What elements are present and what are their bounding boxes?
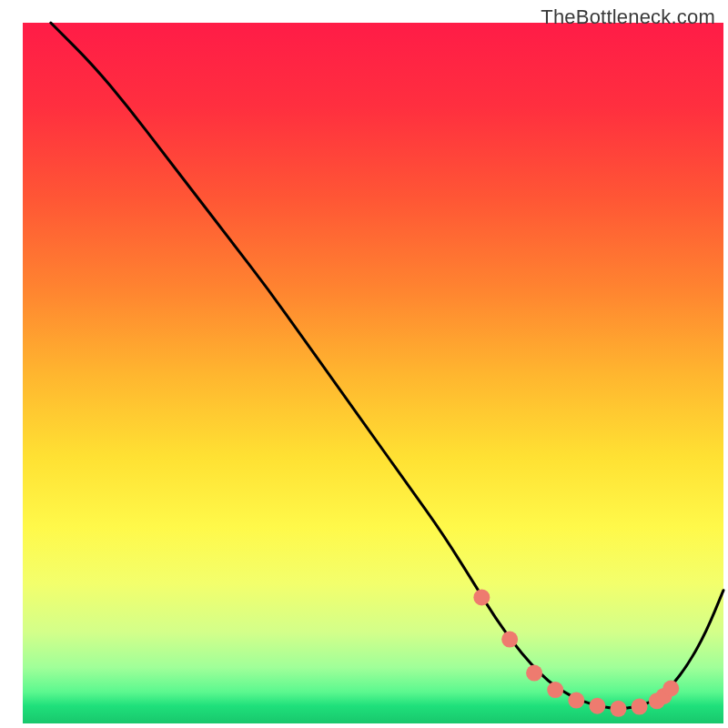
marker-dot <box>632 699 648 715</box>
marker-dot <box>547 682 563 698</box>
marker-dot <box>473 589 490 605</box>
marker-dot <box>568 693 584 709</box>
marker-dot <box>501 632 518 648</box>
marker-dot <box>662 681 679 697</box>
plot-background <box>23 23 723 723</box>
marker-dot <box>526 665 542 682</box>
marker-dot <box>611 701 627 717</box>
watermark-text: TheBottleneck.com <box>541 5 715 29</box>
chart-container: TheBottleneck.com <box>0 0 728 728</box>
chart-svg <box>0 0 728 728</box>
marker-dot <box>589 698 605 714</box>
